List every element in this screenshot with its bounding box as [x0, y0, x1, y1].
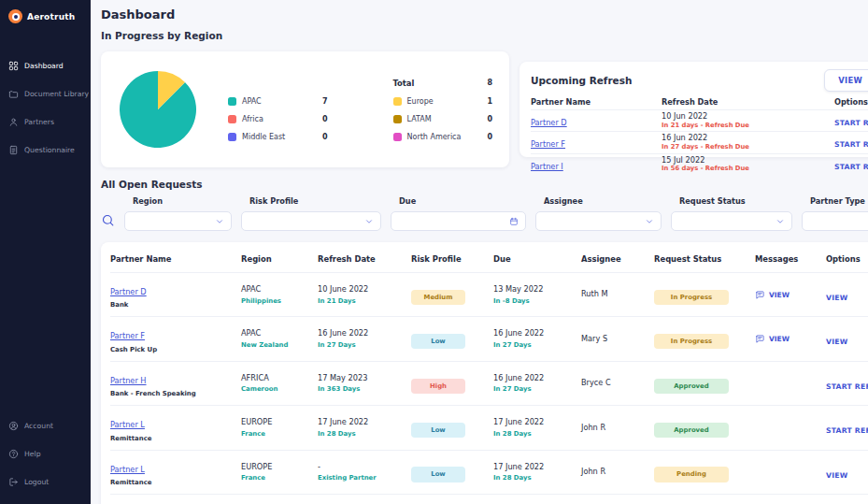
- due-note: In 27 Days: [493, 341, 581, 349]
- refresh-note: Existing Partner: [318, 474, 411, 482]
- search-icon[interactable]: [101, 213, 115, 227]
- partner-type: Bank - French Speaking: [110, 390, 241, 397]
- region: AFRICA: [241, 374, 318, 383]
- refresh-note: In 363 Days: [318, 385, 411, 393]
- legend-item-africa: Africa0: [228, 115, 328, 123]
- start-refresh-action[interactable]: START REFRESH: [834, 119, 868, 127]
- legend-value: 0: [322, 133, 328, 141]
- risk-badge: Low: [411, 334, 465, 349]
- sidebar-item-help[interactable]: Help: [0, 441, 91, 467]
- date-input[interactable]: [391, 211, 526, 231]
- questionnaire-icon: [8, 145, 19, 155]
- filter-request-status: Request Status: [671, 196, 792, 231]
- due-date: 13 May 2022: [493, 285, 581, 295]
- options-action[interactable]: VIEW: [826, 338, 847, 346]
- partner-link[interactable]: Partner D: [531, 118, 567, 127]
- due-note: In -8 Days: [493, 297, 581, 305]
- refresh-due-note: In 21 days - Refresh Due: [662, 122, 834, 130]
- partner-link[interactable]: Partner F: [531, 139, 565, 149]
- options-action[interactable]: START REFRESH: [826, 426, 868, 435]
- partner-link[interactable]: Partner D: [110, 287, 147, 296]
- risk-badge: Low: [411, 467, 465, 482]
- filters-row: RegionRisk ProfileDueAssigneeRequest Sta…: [101, 196, 868, 231]
- refresh-row: Partner F16 Jun 2022In 27 days - Refresh…: [531, 131, 868, 152]
- calendar-icon: [509, 217, 519, 226]
- region: APAC: [241, 285, 318, 295]
- sidebar-item-partners[interactable]: Partners: [0, 109, 91, 135]
- in-progress-card: Total8APAC7Europe1Africa0LATAM0Middle Ea…: [101, 51, 509, 167]
- risk-badge: High: [411, 379, 465, 394]
- messages-view-link[interactable]: VIEW: [755, 290, 826, 300]
- select-input[interactable]: [241, 211, 381, 231]
- requests-col-partner-name: Partner Name: [110, 246, 241, 272]
- filter-partner-type: Partner Type: [802, 196, 868, 231]
- brand: Aerotruth: [0, 9, 91, 23]
- partner-link[interactable]: Partner L: [110, 465, 145, 474]
- options-action[interactable]: VIEW: [826, 471, 847, 480]
- requests-col-request-status: Request Status: [654, 246, 755, 272]
- refresh-table-head: Partner NameRefresh DateOptions: [531, 94, 868, 109]
- sidebar-item-label: Questionnaire: [24, 146, 75, 154]
- partner-link[interactable]: Partner L: [110, 420, 145, 429]
- requests-col-messages: Messages: [755, 246, 826, 272]
- due-note: In 27 Days: [493, 385, 581, 393]
- options-action[interactable]: VIEW: [826, 294, 847, 302]
- assignee: Ruth M: [581, 290, 654, 299]
- refresh-note: In 27 Days: [318, 341, 411, 349]
- sidebar: Aerotruth DashboardDocument LibraryPartn…: [0, 0, 91, 504]
- legend-total-value: 8: [487, 79, 492, 87]
- country: France: [241, 474, 318, 482]
- upcoming-refresh-card: Upcoming Refresh VIEW Partner NameRefres…: [519, 62, 868, 157]
- sidebar-nav: DashboardDocument LibraryPartnersQuestio…: [0, 53, 91, 163]
- partners-icon: [8, 117, 19, 127]
- country: New Zealand: [241, 341, 318, 349]
- requests-card: Partner NameRegionRefresh DateRisk Profi…: [101, 242, 868, 504]
- partner-link[interactable]: Partner H: [110, 376, 147, 385]
- select-input[interactable]: [802, 211, 868, 231]
- legend-value: 1: [487, 97, 492, 106]
- dashboard-icon: [8, 61, 19, 71]
- chat-icon: [755, 334, 765, 344]
- select-input[interactable]: [124, 211, 232, 231]
- sidebar-item-account[interactable]: Account: [0, 413, 91, 439]
- country: Philippines: [241, 297, 318, 305]
- brand-logo-icon: [8, 9, 22, 23]
- account-icon: [8, 421, 19, 431]
- chevron-down-icon: [215, 217, 224, 226]
- sidebar-item-logout[interactable]: Logout: [0, 469, 91, 495]
- sidebar-item-label: Account: [24, 422, 53, 430]
- legend-total: Total8: [393, 79, 493, 88]
- start-refresh-action[interactable]: START REFRESH: [834, 163, 868, 171]
- legend-swatch: [393, 133, 402, 141]
- due-date: 17 June 2022: [493, 463, 581, 472]
- legend-total-label: Total: [393, 79, 415, 88]
- chevron-down-icon: [364, 217, 374, 226]
- view-all-button[interactable]: VIEW: [824, 69, 868, 92]
- filter-label: Region: [133, 196, 232, 206]
- sidebar-item-dashboard[interactable]: Dashboard: [0, 53, 91, 79]
- messages-view-link[interactable]: VIEW: [755, 334, 826, 344]
- refresh-date: 15 Jul 2022: [662, 156, 834, 165]
- start-refresh-action[interactable]: START REFRESH: [834, 140, 868, 149]
- partner-link[interactable]: Partner I: [531, 162, 563, 171]
- region: APAC: [241, 329, 318, 338]
- chat-icon: [755, 290, 765, 300]
- sidebar-item-document-library[interactable]: Document Library: [0, 81, 91, 107]
- select-input[interactable]: [671, 211, 792, 231]
- requests-col-risk-profile: Risk Profile: [411, 246, 493, 272]
- table-row: Partner HBank - French SpeakingAFRICACam…: [110, 361, 868, 405]
- select-input[interactable]: [535, 211, 662, 231]
- filter-region: Region: [124, 196, 232, 231]
- requests-col-due: Due: [493, 246, 581, 272]
- legend-label: Middle East: [242, 133, 285, 141]
- requests-col-options: Options: [826, 246, 868, 272]
- refresh-date: 17 June 2022: [318, 418, 411, 427]
- sidebar-item-questionnaire[interactable]: Questionnaire: [0, 137, 91, 163]
- country: France: [241, 430, 318, 438]
- open-requests-heading: All Open Requests: [101, 179, 868, 190]
- partner-link[interactable]: Partner F: [110, 331, 145, 340]
- assignee: John R: [581, 424, 654, 433]
- filter-label: Request Status: [679, 196, 792, 206]
- legend-label: Europe: [407, 97, 434, 106]
- options-action[interactable]: START REFRESH: [826, 382, 868, 391]
